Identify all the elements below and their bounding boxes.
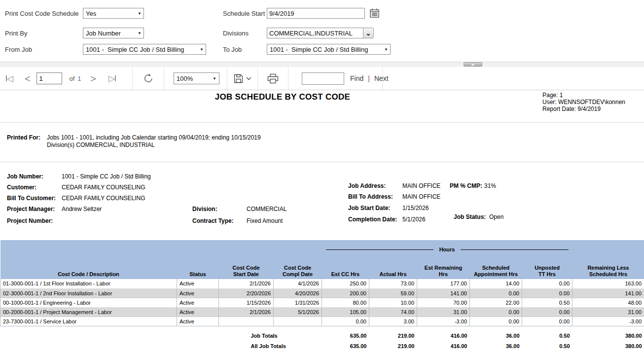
table-cell: 0.00 <box>522 279 572 288</box>
save-icon <box>234 74 243 83</box>
table-cell: 0.50 <box>522 298 572 307</box>
table-cell: 00-2000-001-1 / Project Management - Lab… <box>0 307 177 317</box>
print-button[interactable] <box>267 73 279 84</box>
bill-to-address-label: Bill To Address: <box>348 193 393 200</box>
combo-dropdown-icon: ⌄ <box>366 30 371 36</box>
previous-page-button[interactable]: < <box>24 74 31 83</box>
export-button[interactable] <box>234 74 251 83</box>
totals-value: 219.00 <box>369 326 417 341</box>
last-page-button[interactable]: ▷ <box>108 73 116 83</box>
totals-spacer <box>0 341 219 352</box>
hours-group-label: Hours <box>439 246 455 253</box>
totals-value: 36.00 <box>470 326 522 341</box>
totals-label: All Job Totals <box>219 341 322 352</box>
table-cell: Active <box>177 279 219 288</box>
table-cell: 73.00 <box>369 279 417 288</box>
column-header: Actual Hrs <box>369 259 417 279</box>
bill-to-address-value: MAIN OFFICE <box>402 193 440 200</box>
divisions-input[interactable] <box>267 28 363 38</box>
table-cell: 141.00 <box>417 288 470 298</box>
table-header-row: Cost Code / DescriptionStatusCost Code S… <box>0 259 644 279</box>
table-cell: 59.00 <box>369 288 417 298</box>
totals-value: 36.00 <box>470 341 522 352</box>
customer-value: CEDAR FAMILY COUNSELING <box>62 184 145 191</box>
table-cell: 200.00 <box>322 288 369 298</box>
printed-for-text: Jobs 1001 - 1001, including Job Calendar… <box>47 134 261 149</box>
table-cell: 01-3000-001-1 / 1st Floor Installation -… <box>0 279 177 288</box>
print-cost-code-schedule-value: Yes <box>86 10 96 17</box>
table-cell: 31.00 <box>417 307 470 317</box>
select-arrow-icon: ▼ <box>200 47 204 52</box>
table-cell: 0.00 <box>470 307 522 317</box>
bill-to-customer-value: CEDAR FAMILY COUNSELING <box>62 195 145 202</box>
table-cell: 0.00 <box>522 288 572 298</box>
completion-date-label: Completion Date: <box>348 216 397 223</box>
save-chevron-icon <box>246 77 251 80</box>
collapse-parameters-button[interactable] <box>464 62 482 67</box>
totals-value: 0.50 <box>522 341 572 352</box>
print-cost-code-schedule-label: Print Cost Code Schedule <box>5 10 79 17</box>
find-next-separator: | <box>368 74 370 82</box>
table-cell: 10.00 <box>369 298 417 307</box>
schedule-start-input[interactable] <box>267 8 365 19</box>
zoom-select[interactable]: 100% ▼ <box>174 72 219 84</box>
table-totals: Job Totals635.00219.00416.0036.000.50380… <box>0 326 644 352</box>
table-cell: 02-3000-001-1 / 2nd Floor Installation -… <box>0 288 177 298</box>
print-by-select[interactable]: Job Number ▼ <box>83 28 144 38</box>
divisions-dropdown-button[interactable]: ⌄ <box>363 28 374 38</box>
refresh-button[interactable] <box>143 72 154 84</box>
table-cell: 5/1/2026 <box>274 307 322 317</box>
table-cell: 0.00 <box>522 317 572 326</box>
table-cell: 141.00 <box>572 288 644 298</box>
pm-pct-cmp-label: PM % CMP: <box>450 182 482 189</box>
pagination-group: ◁ < of 1 > ▷ <box>0 67 133 90</box>
totals-row: All Job Totals635.00219.00416.0036.000.5… <box>0 341 644 352</box>
job-number-label: Job Number: <box>7 173 43 180</box>
job-status-label: Job Status: <box>454 213 486 220</box>
table-cell <box>274 317 322 326</box>
hours-line-right <box>461 249 568 250</box>
refresh-group <box>133 67 164 90</box>
column-header: Cost Code Compl Date <box>274 259 322 279</box>
total-pages: 1 <box>77 75 81 82</box>
table-cell: -3.00 <box>572 317 644 326</box>
select-arrow-icon: ▼ <box>138 11 142 16</box>
schedule-start-calendar-button[interactable] <box>370 8 379 18</box>
meta-report-date: Report Date: 9/4/2019 <box>542 106 625 112</box>
find-input[interactable] <box>302 72 344 85</box>
table-header: Hours Cost Code / DescriptionStatusCost … <box>0 240 644 279</box>
table-row: 23-7300-001-1 / Service LaborActive0.003… <box>0 317 644 326</box>
job-address-label: Job Address: <box>348 182 386 189</box>
job-start-date-label: Job Start Date: <box>348 205 390 211</box>
column-header: Remaining Less Scheduled Hrs <box>572 259 644 279</box>
table-cell: 70.00 <box>417 298 470 307</box>
customer-label: Customer: <box>7 184 36 191</box>
table-cell: 4/1/2026 <box>274 279 322 288</box>
totals-row: Job Totals635.00219.00416.0036.000.50380… <box>0 326 644 341</box>
print-cost-code-schedule-select[interactable]: Yes ▼ <box>83 8 144 19</box>
table-cell: 2/20/2026 <box>219 288 274 298</box>
contract-type-label: Contract Type: <box>192 217 234 224</box>
first-page-button[interactable]: ◁ <box>6 73 13 83</box>
totals-value: 416.00 <box>417 341 470 352</box>
to-job-label: To Job <box>223 46 242 53</box>
find-link[interactable]: Find <box>350 74 363 82</box>
report-meta: Page: 1 User: WENNSOFTDEV\konnen Report … <box>542 92 625 112</box>
table-cell: 0.00 <box>522 307 572 317</box>
from-job-select[interactable]: 1001 - Simple CC Job / Std Billing ▼ <box>83 44 206 55</box>
table-cell: 0.00 <box>322 317 369 326</box>
table-cell: 31.00 <box>572 307 644 317</box>
table-row: 02-3000-001-1 / 2nd Floor Installation -… <box>0 288 644 298</box>
table-cell <box>219 317 274 326</box>
totals-label: Job Totals <box>219 326 322 341</box>
report-body: JOB SCHEDULE BY COST CODE Page: 1 User: … <box>0 90 644 352</box>
project-number-label: Project Number: <box>7 217 53 224</box>
of-label: of <box>69 75 74 82</box>
next-page-button[interactable]: > <box>90 74 97 83</box>
schedule-start-label: Schedule Start <box>223 10 265 17</box>
page-number-input[interactable] <box>36 72 62 84</box>
to-job-select[interactable]: 1001 - Simple CC Job / Std Billing ▼ <box>267 44 391 55</box>
totals-value: 416.00 <box>417 326 470 341</box>
job-address-value: MAIN OFFICE <box>402 182 440 189</box>
refresh-icon <box>143 72 154 84</box>
